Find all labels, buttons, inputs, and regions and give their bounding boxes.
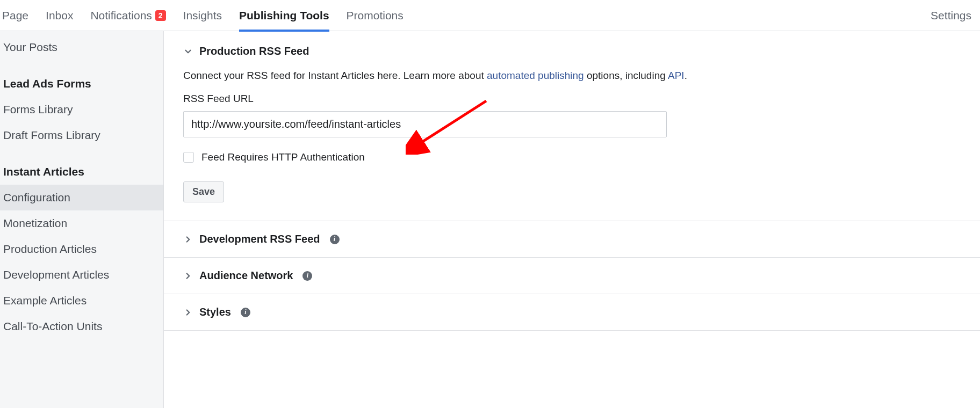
sidebar-item-draft-forms-library[interactable]: Draft Forms Library [0, 122, 163, 148]
sidebar-item-example-articles[interactable]: Example Articles [0, 288, 163, 314]
sidebar-item-configuration[interactable]: Configuration [0, 185, 163, 210]
tab-label: Notifications [90, 9, 152, 22]
section-development-rss-feed[interactable]: Development RSS Feed i [164, 221, 980, 258]
main-content: Production RSS Feed Connect your RSS fee… [164, 31, 980, 408]
section-title: Production RSS Feed [199, 45, 309, 57]
tab-promotions[interactable]: Promotions [347, 0, 421, 31]
info-icon: i [241, 308, 250, 317]
sidebar-item-call-to-action-units[interactable]: Call-To-Action Units [0, 314, 163, 339]
sidebar-item-development-articles[interactable]: Development Articles [0, 262, 163, 288]
tab-inbox[interactable]: Inbox [46, 0, 90, 31]
desc-text: options, including [584, 70, 668, 81]
section-styles[interactable]: Styles i [164, 294, 980, 331]
section-title: Audience Network [199, 269, 293, 282]
info-icon: i [330, 235, 340, 244]
sidebar-item-your-posts[interactable]: Your Posts [0, 34, 163, 60]
desc-text: Connect your RSS feed for Instant Articl… [183, 70, 487, 81]
chevron-down-icon [183, 47, 193, 56]
http-auth-checkbox[interactable] [183, 152, 194, 163]
rss-feed-url-label: RSS Feed URL [183, 93, 961, 105]
http-auth-label: Feed Requires HTTP Authentication [201, 151, 365, 163]
sidebar-heading-instant-articles: Instant Articles [0, 159, 163, 185]
info-icon: i [302, 271, 312, 281]
section-header[interactable]: Production RSS Feed [183, 45, 961, 57]
link-automated-publishing[interactable]: automated publishing [487, 70, 584, 81]
tab-settings[interactable]: Settings [931, 9, 971, 22]
sidebar-item-monetization[interactable]: Monetization [0, 210, 163, 236]
chevron-right-icon [183, 235, 193, 244]
tab-notifications[interactable]: Notifications 2 [90, 0, 183, 31]
top-nav: Page Inbox Notifications 2 Insights Publ… [0, 0, 980, 31]
section-title: Styles [199, 306, 231, 318]
notifications-badge: 2 [155, 10, 166, 21]
sidebar-item-forms-library[interactable]: Forms Library [0, 97, 163, 122]
desc-text: . [684, 70, 687, 81]
section-production-rss-feed: Production RSS Feed Connect your RSS fee… [164, 31, 980, 221]
sidebar-heading-lead-ads-forms: Lead Ads Forms [0, 71, 163, 97]
section-description: Connect your RSS feed for Instant Articl… [183, 68, 961, 83]
section-audience-network[interactable]: Audience Network i [164, 258, 980, 294]
tab-insights[interactable]: Insights [183, 0, 239, 31]
sidebar-item-production-articles[interactable]: Production Articles [0, 236, 163, 262]
chevron-right-icon [183, 271, 193, 281]
sidebar: Your Posts Lead Ads Forms Forms Library … [0, 31, 164, 408]
tab-page[interactable]: Page [2, 0, 46, 31]
rss-feed-url-input[interactable] [183, 111, 667, 137]
section-title: Development RSS Feed [199, 233, 320, 245]
tab-publishing-tools[interactable]: Publishing Tools [239, 0, 347, 31]
link-api[interactable]: API [668, 70, 684, 81]
save-button[interactable]: Save [183, 181, 224, 202]
chevron-right-icon [183, 308, 193, 317]
